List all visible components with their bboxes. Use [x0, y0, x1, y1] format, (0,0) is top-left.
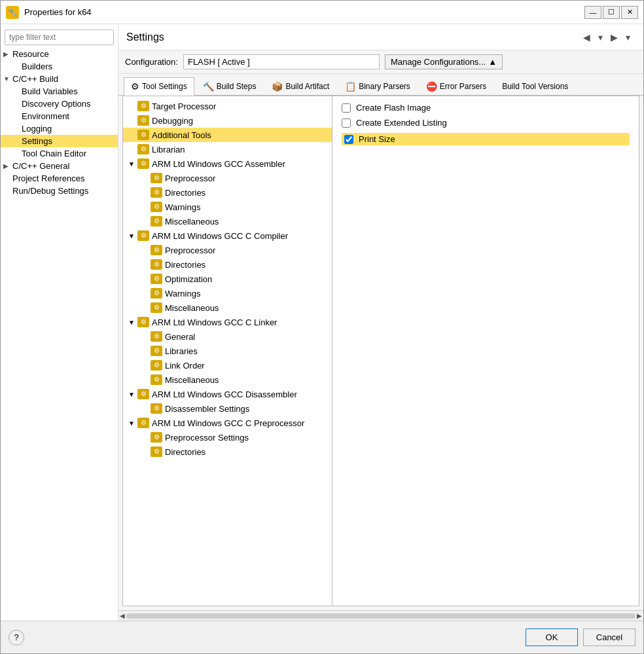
tool-tree-item-arm-preprocessor-label: ARM Ltd Windows GCC C Preprocessor: [152, 418, 304, 428]
tool-tree-item-debugging[interactable]: ⚙ Debugging: [123, 113, 332, 128]
tool-tree-item-arm-assembler-label: ARM Ltd Windows GCC Assembler: [152, 159, 285, 169]
tool-tree-item-cc-miscellaneous-label: Miscellaneous: [165, 303, 219, 313]
tool-tree-item-arm-assembler[interactable]: ▼ ⚙ ARM Ltd Windows GCC Assembler: [123, 156, 332, 171]
tool-tree-item-pp-settings[interactable]: ⚙ Preprocessor Settings: [123, 430, 332, 445]
cancel-button[interactable]: Cancel: [583, 628, 635, 646]
close-button[interactable]: ✕: [621, 6, 638, 19]
sidebar-item-builders-label: Builders: [22, 62, 52, 71]
manage-configurations-button[interactable]: Manage Configurations... ▲: [385, 54, 503, 69]
tab-tool-settings-label: Tool Settings: [142, 82, 187, 91]
tab-build-artifact-label: Build Artifact: [285, 82, 329, 91]
sidebar-item-settings[interactable]: Settings: [1, 135, 118, 147]
menu-button[interactable]: ▾: [623, 31, 633, 44]
tool-tree-item-arm-disassembler-label: ARM Ltd Windows GCC Disassembler: [152, 390, 297, 399]
tool-tree-item-cc-preprocessor[interactable]: ⚙ Preprocessor: [123, 243, 332, 257]
manage-chevron-icon: ▲: [488, 57, 497, 67]
sidebar-item-project-references[interactable]: Project References: [1, 172, 118, 185]
ln-arrow: ▼: [128, 319, 137, 326]
scroll-right-arrow[interactable]: ▶: [637, 612, 642, 619]
tab-build-tool-versions-label: Build Tool Versions: [502, 82, 568, 91]
lnm-icon: ⚙: [151, 374, 162, 385]
tool-tree-item-target-processor[interactable]: ⚙ Target Processor: [123, 99, 332, 113]
minimize-button[interactable]: —: [584, 6, 601, 19]
sidebar-item-discovery-options[interactable]: Discovery Options: [1, 98, 118, 110]
sidebar-item-builders[interactable]: Builders: [1, 60, 118, 73]
sidebar-item-cpp-general[interactable]: ▶ C/C++ General: [1, 160, 118, 172]
ccm-icon: ⚙: [151, 302, 162, 313]
sidebar-item-logging[interactable]: Logging: [1, 122, 118, 135]
scroll-bar[interactable]: [126, 613, 635, 619]
create-extended-listing-checkbox[interactable]: [342, 118, 351, 128]
tool-tree-item-ln-miscellaneous[interactable]: ⚙ Miscellaneous: [123, 372, 332, 387]
window-title: Properties for k64: [24, 7, 584, 17]
sidebar-item-resource[interactable]: ▶ Resource: [1, 48, 118, 60]
tab-tool-settings[interactable]: ⚙ Tool Settings: [124, 77, 194, 96]
tab-build-artifact[interactable]: 📦 Build Artifact: [264, 77, 336, 95]
create-flash-image-checkbox[interactable]: [342, 103, 351, 113]
back-dropdown-button[interactable]: ▾: [596, 31, 605, 44]
tool-tree-item-asm-miscellaneous[interactable]: ⚙ Miscellaneous: [123, 214, 332, 228]
horizontal-scrollbar[interactable]: ◀ ▶: [118, 610, 643, 621]
sidebar-item-run-debug-settings-label: Run/Debug Settings: [12, 186, 88, 196]
tool-tree-item-pp-directories[interactable]: ⚙ Directories: [123, 445, 332, 459]
tab-error-parsers[interactable]: ⛔ Error Parsers: [419, 77, 493, 95]
tool-tree-item-additional-tools-label: Additional Tools: [152, 130, 211, 140]
dis-arrow: ▼: [128, 391, 137, 398]
filter-input[interactable]: [5, 29, 114, 45]
tool-tree-item-ln-miscellaneous-label: Miscellaneous: [165, 375, 219, 385]
env-spacer: [12, 113, 20, 120]
tool-tree-item-asm-directories[interactable]: ⚙ Directories: [123, 185, 332, 200]
lnl-icon: ⚙: [151, 346, 162, 356]
help-button[interactable]: ?: [9, 630, 24, 645]
sidebar-item-cpp-build-label: C/C++ Build: [12, 74, 58, 84]
sidebar-item-tool-chain-editor[interactable]: Tool Chain Editor: [1, 147, 118, 160]
sidebar-item-run-debug-settings[interactable]: Run/Debug Settings: [1, 185, 118, 197]
tool-tree-item-additional-tools[interactable]: ⚙ Additional Tools: [123, 128, 332, 142]
tool-tree-item-librarian[interactable]: ⚙ Librarian: [123, 142, 332, 156]
cc-arrow: ▼: [128, 232, 137, 240]
lno-icon: ⚙: [151, 360, 162, 371]
tool-tree-item-ln-general[interactable]: ⚙ General: [123, 329, 332, 344]
tool-tree-item-cc-warnings[interactable]: ⚙ Warnings: [123, 286, 332, 300]
main-content: ▶ Resource Builders ▼ C/C++ Build Build …: [1, 24, 643, 621]
print-size-checkbox[interactable]: [344, 135, 353, 144]
tab-build-tool-versions[interactable]: Build Tool Versions: [495, 77, 575, 95]
tab-binary-parsers[interactable]: 📋 Binary Parsers: [338, 77, 418, 95]
ccd-icon: ⚙: [151, 259, 162, 270]
tool-tree-item-cc-optimization[interactable]: ⚙ Optimization: [123, 272, 332, 286]
tool-tree-item-cc-directories-label: Directories: [165, 260, 206, 270]
tool-tree-item-asm-preprocessor[interactable]: ⚙ Preprocessor: [123, 171, 332, 185]
back-button[interactable]: ◀: [581, 31, 593, 44]
scroll-left-arrow[interactable]: ◀: [120, 612, 125, 619]
tool-tree-item-ln-link-order[interactable]: ⚙ Link Order: [123, 358, 332, 372]
tool-tree-item-arm-c-linker[interactable]: ▼ ⚙ ARM Ltd Windows GCC C Linker: [123, 315, 332, 329]
tool-tree-item-dis-settings[interactable]: ⚙ Disassembler Settings: [123, 401, 332, 416]
tool-tree-item-arm-disassembler[interactable]: ▼ ⚙ ARM Ltd Windows GCC Disassembler: [123, 387, 332, 401]
asm-icon: ⚙: [137, 158, 149, 169]
tool-tree-item-arm-preprocessor[interactable]: ▼ ⚙ ARM Ltd Windows GCC C Preprocessor: [123, 416, 332, 430]
sidebar-item-build-variables[interactable]: Build Variables: [1, 85, 118, 98]
lib-icon: ⚙: [137, 144, 149, 154]
tool-tree-item-librarian-label: Librarian: [152, 145, 185, 154]
dis-icon: ⚙: [137, 389, 149, 399]
build-steps-icon: 🔨: [203, 81, 214, 92]
configuration-label: Configuration:: [125, 57, 178, 67]
configuration-select[interactable]: FLASH [ Active ]: [183, 54, 380, 69]
tool-tree-item-arm-c-compiler[interactable]: ▼ ⚙ ARM Ltd Windows GCC C Compiler: [123, 228, 332, 243]
ok-button[interactable]: OK: [526, 628, 578, 646]
forward-button[interactable]: ▶: [608, 31, 620, 44]
tool-tree-item-ln-libraries[interactable]: ⚙ Libraries: [123, 344, 332, 358]
tool-tree-item-cc-miscellaneous[interactable]: ⚙ Miscellaneous: [123, 300, 332, 315]
pp-arrow: ▼: [128, 420, 137, 427]
ln-icon: ⚙: [137, 317, 149, 327]
maximize-button[interactable]: ☐: [603, 6, 620, 19]
tool-tree-item-cc-directories[interactable]: ⚙ Directories: [123, 257, 332, 272]
tool-tree-item-asm-warnings[interactable]: ⚙ Warnings: [123, 200, 332, 214]
sidebar-item-discovery-options-label: Discovery Options: [22, 99, 90, 109]
sidebar-item-environment[interactable]: Environment: [1, 110, 118, 122]
tool-tree-item-asm-miscellaneous-label: Miscellaneous: [165, 217, 219, 227]
sidebar-item-settings-label: Settings: [22, 136, 52, 146]
sidebar-item-cpp-build[interactable]: ▼ C/C++ Build: [1, 73, 118, 85]
tab-build-steps[interactable]: 🔨 Build Steps: [196, 77, 264, 95]
asm-arrow: ▼: [128, 160, 137, 168]
